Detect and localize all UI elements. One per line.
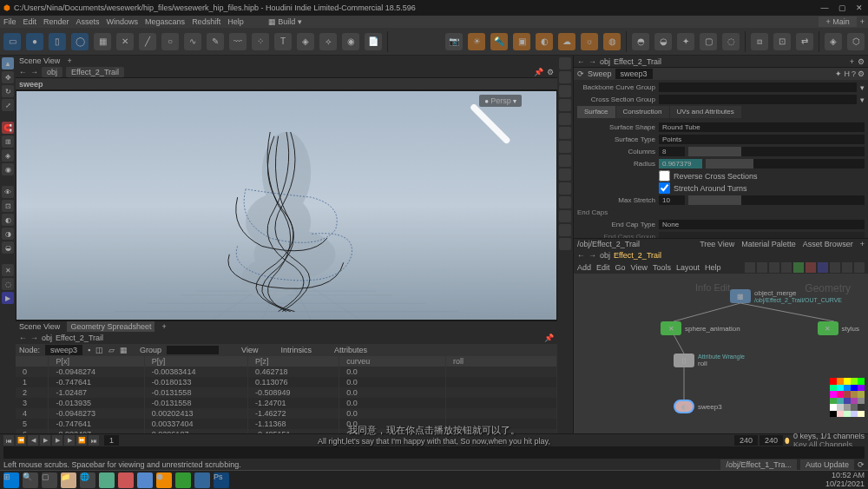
close-button[interactable]: ✕ <box>854 3 865 12</box>
net-menu-add[interactable]: Add <box>577 263 591 272</box>
menu-windows[interactable]: Windows <box>107 17 139 26</box>
net-tool1[interactable] <box>745 262 755 273</box>
vp-display11[interactable] <box>559 196 571 208</box>
net-tab-asset[interactable]: Asset Browser <box>803 240 853 248</box>
vp-display14[interactable] <box>559 238 571 250</box>
ss-col-header[interactable]: P[z] <box>248 356 339 367</box>
vp-display13[interactable] <box>559 224 571 236</box>
ss-col-header[interactable]: P[x] <box>49 356 144 367</box>
menu-help[interactable]: Help <box>227 17 244 26</box>
tool-view3[interactable]: ◐ <box>2 214 14 226</box>
tool-snap1[interactable]: ⊞ <box>2 135 14 148</box>
app-icon-5[interactable] <box>175 472 191 488</box>
start-button[interactable]: ⊞ <box>3 472 19 488</box>
scene-view-tab[interactable]: Scene View <box>19 56 60 65</box>
menu-megascans[interactable]: Megascans <box>145 17 185 26</box>
ss-col-header[interactable]: curveu <box>339 356 446 367</box>
color-palette[interactable] <box>830 378 865 430</box>
shelf-path[interactable]: 〰 <box>229 33 247 50</box>
path-obj[interactable]: obj <box>42 67 62 77</box>
shelf-tube[interactable]: ▯ <box>49 33 66 50</box>
menu-assets[interactable]: Assets <box>76 17 100 26</box>
table-row[interactable]: 5-0.7476410.00337404-1.113680.0 <box>16 419 557 429</box>
tl-frame-end[interactable]: 240 <box>760 435 783 446</box>
ss-node[interactable]: sweep3 <box>45 345 82 355</box>
gear-icon[interactable]: ⚙ <box>547 68 554 76</box>
scene-view-tab-2[interactable]: Scene View <box>19 322 60 331</box>
net-menu-view[interactable]: View <box>631 263 648 272</box>
node-name-field[interactable]: sweep3 <box>615 69 653 79</box>
cross-menu[interactable]: ▾ <box>860 96 865 104</box>
tool-move[interactable]: ✥ <box>2 71 14 83</box>
net-menu-edit[interactable]: Edit <box>596 263 610 272</box>
vp-display2[interactable] <box>559 71 571 83</box>
tool-ghost[interactable]: ◌ <box>2 278 14 290</box>
ss-detail-icon[interactable]: ▦ <box>120 346 128 354</box>
shelf-grid[interactable]: ▦ <box>94 33 111 50</box>
shelf-geolight[interactable]: ◐ <box>536 33 553 50</box>
table-row[interactable]: 2-1.02487-0.0131558-0.5089490.0 <box>16 387 557 398</box>
shelf-curve[interactable]: ∿ <box>184 33 201 50</box>
search-icon[interactable]: 🔍 <box>23 472 38 488</box>
shelf-sphere[interactable]: ● <box>26 33 43 50</box>
stretch-check[interactable] <box>659 182 670 194</box>
table-row[interactable]: 0-0.0948274-0.003834140.4627180.0 <box>16 367 557 377</box>
main-tab[interactable]: + Main <box>819 17 856 27</box>
timeline-ruler[interactable] <box>3 446 865 459</box>
net-menu-tools[interactable]: Tools <box>653 263 671 272</box>
vp-display6[interactable] <box>559 127 571 139</box>
shelf-line[interactable]: ╱ <box>139 33 156 50</box>
maxstretch-field[interactable]: 10 <box>659 195 685 205</box>
ss-group-field[interactable] <box>167 346 219 354</box>
ss-pin[interactable]: 📌 <box>544 334 554 342</box>
tl-frame-cur[interactable]: 240 <box>734 435 758 446</box>
shelf-skylight[interactable]: ◓ <box>632 33 649 50</box>
spreadsheet-tab[interactable]: Geometry Spreadsheet <box>67 321 155 332</box>
tl-first[interactable]: ⏮ <box>3 435 14 446</box>
cook-icon[interactable]: ⟳ <box>858 460 865 469</box>
path-node[interactable]: Effect_2_Trail <box>66 67 124 77</box>
shelf-null[interactable]: ✕ <box>116 33 134 50</box>
params-gear[interactable]: ⚙ <box>858 57 865 66</box>
vp-display8[interactable] <box>559 155 571 167</box>
add-view-tab[interactable]: + <box>67 56 71 65</box>
tool-view1[interactable]: 👁 <box>2 186 14 198</box>
shelf-lsystem[interactable]: ⟡ <box>319 33 337 50</box>
app-icon-2[interactable] <box>118 472 134 488</box>
shelf-file[interactable]: 📄 <box>365 33 382 50</box>
node-object-merge[interactable]: ▦ object_merge/obj/Effect_2_Trail/OUT_CU… <box>730 289 842 303</box>
key-icon[interactable]: ⬮ <box>785 436 790 446</box>
vp-display7[interactable] <box>559 141 571 153</box>
surface-shape-field[interactable]: Round Tube <box>659 122 865 132</box>
net-obj[interactable]: obj <box>600 251 610 260</box>
params-back[interactable]: ← <box>577 57 585 66</box>
vp-display1[interactable] <box>559 57 571 69</box>
reverse-check[interactable] <box>659 170 670 182</box>
vp-display12[interactable] <box>559 210 571 222</box>
shelf-drawcurve[interactable]: ✎ <box>207 33 224 50</box>
shelf-camera[interactable]: 📷 <box>445 33 463 50</box>
tool-view4[interactable]: ◑ <box>2 228 14 240</box>
tl-last[interactable]: ⏭ <box>89 435 99 446</box>
table-row[interactable]: 4-0.09482730.00202413-1.462720.0 <box>16 408 557 419</box>
ss-path-obj[interactable]: obj <box>42 334 52 342</box>
params-node[interactable]: Effect_2_Trail <box>614 57 661 66</box>
tool-rotate[interactable]: ↻ <box>2 85 14 97</box>
vp-display5[interactable] <box>559 113 571 125</box>
radius-slider[interactable] <box>706 159 865 169</box>
shelf-metaball[interactable]: ◉ <box>342 33 359 50</box>
maximize-button[interactable]: ▢ <box>837 3 847 12</box>
tl-prev[interactable]: ◀ <box>28 435 38 446</box>
net-tool5[interactable] <box>793 262 804 273</box>
endcapsgroup-field[interactable] <box>659 232 865 238</box>
shelf-misc2[interactable]: ⬡ <box>847 33 865 50</box>
table-row[interactable]: 6-0.9024070.0286107-0.4051510.0 <box>16 429 557 433</box>
tl-frame-start[interactable]: 1 <box>104 435 119 446</box>
ss-prims-icon[interactable]: ▱ <box>108 346 115 354</box>
ss-col-header[interactable]: P[y] <box>144 356 247 367</box>
tool-snap2[interactable]: ◈ <box>2 149 14 162</box>
params-add[interactable]: + <box>850 57 854 66</box>
add-tab-icon[interactable]: + <box>860 17 865 26</box>
tool-xray[interactable]: ✕ <box>2 264 14 276</box>
vp-display10[interactable] <box>559 182 571 195</box>
